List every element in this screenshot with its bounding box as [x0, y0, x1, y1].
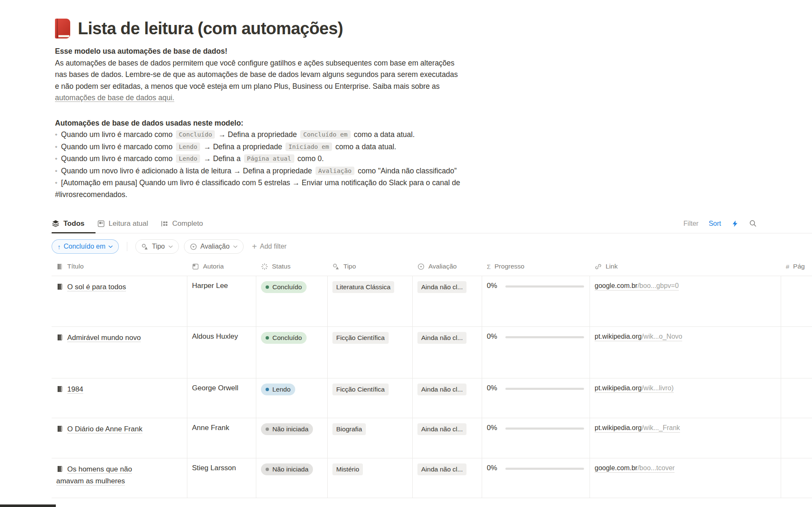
bullet-text: Quando um livro é marcado como: [61, 143, 174, 151]
title-cell: Os homens que não amavam as mulheres: [56, 464, 156, 486]
status-pill[interactable]: Não iniciada: [261, 423, 313, 435]
status-cell[interactable]: Concluído: [261, 332, 307, 344]
bullet-text: como 0.: [296, 154, 324, 163]
bullet-text: → Defina a propriedade: [216, 130, 299, 139]
progress-value: 0%: [487, 282, 497, 290]
author-cell[interactable]: George Orwell: [192, 384, 239, 392]
column-header-tipo[interactable]: Tipo: [332, 257, 356, 276]
link-path: /boo...tcover: [637, 464, 675, 471]
book-title-link[interactable]: O sol é para todos: [67, 283, 126, 291]
author-cell[interactable]: Harper Lee: [192, 282, 228, 290]
add-filter-button[interactable]: + Add filter: [252, 242, 287, 251]
link-domain: google.com.br: [595, 282, 637, 289]
red-book-icon: [55, 19, 70, 38]
column-header-avaliacao[interactable]: Avaliação: [417, 257, 457, 276]
status-label: Concluído: [272, 283, 302, 291]
avaliacao-cell[interactable]: Ainda não cl...: [417, 463, 466, 475]
sort-button[interactable]: Sort: [709, 220, 721, 227]
column-label: Progresso: [494, 263, 524, 270]
status-cell[interactable]: Lendo: [261, 384, 295, 395]
external-link[interactable]: pt.wikipedia.org/wik..._Frank: [595, 424, 680, 433]
avaliacao-tag[interactable]: Ainda não cl...: [417, 281, 466, 293]
status-pill[interactable]: Lendo: [261, 384, 295, 395]
lightning-icon[interactable]: [731, 220, 739, 227]
status-label: Não iniciada: [272, 466, 308, 473]
shapes-icon: [332, 263, 340, 270]
tipo-tag[interactable]: Literatura Clássica: [332, 281, 394, 293]
docs-link[interactable]: automações de base de dados aqui.: [55, 93, 174, 102]
book-title-link[interactable]: Admirável mundo novo: [67, 334, 141, 342]
intro-body-text: As automações de bases de dados permitem…: [55, 59, 458, 90]
author-cell[interactable]: Aldous Huxley: [192, 332, 238, 341]
book-title-link[interactable]: 1984: [67, 385, 83, 393]
external-link[interactable]: google.com.br/boo...tcover: [595, 464, 675, 473]
status-pill[interactable]: Concluído: [261, 332, 307, 344]
external-link[interactable]: pt.wikipedia.org/wik...o_Novo: [595, 333, 682, 341]
status-cell[interactable]: Concluído: [261, 281, 307, 293]
gallery-icon: [97, 220, 105, 227]
search-icon[interactable]: [749, 219, 757, 227]
tab-todos[interactable]: Todos: [52, 219, 85, 228]
status-cell[interactable]: Não iniciada: [261, 423, 313, 435]
progress-bar: [505, 468, 584, 470]
column-header-titulo[interactable]: Título: [56, 257, 84, 276]
book-title-link[interactable]: Os homens que não amavam as mulheres: [56, 465, 132, 485]
column-header-status[interactable]: Status: [261, 257, 291, 276]
author-cell[interactable]: Stieg Larsson: [192, 464, 236, 472]
tipo-tag[interactable]: Mistério: [332, 463, 363, 475]
avaliacao-tag[interactable]: Ainda não cl...: [417, 332, 466, 344]
filter-pill-label: Tipo: [152, 243, 165, 250]
filter-pill-avaliacao[interactable]: Avaliação: [184, 239, 244, 254]
bullet-text: como a data atual.: [352, 130, 415, 139]
column-header-link[interactable]: Link: [595, 257, 617, 276]
tab-completo[interactable]: Completo: [161, 219, 203, 228]
hash-icon: #: [786, 263, 789, 270]
external-link[interactable]: pt.wikipedia.org/wik...livro): [595, 384, 674, 393]
view-controls: Filter Sort: [683, 214, 757, 233]
tipo-cell[interactable]: Biografia: [332, 423, 366, 435]
column-header-pag[interactable]: # Pág: [786, 257, 805, 276]
link-path: /wik...livro): [642, 384, 674, 392]
avaliacao-tag[interactable]: Ainda não cl...: [417, 463, 466, 475]
tab-leitura-atual[interactable]: Leitura atual: [97, 219, 148, 228]
title-cell: O sol é para todos: [56, 282, 156, 293]
avaliacao-cell[interactable]: Ainda não cl...: [417, 281, 466, 293]
avaliacao-cell[interactable]: Ainda não cl...: [417, 332, 466, 344]
column-header-autoria[interactable]: Autoria: [192, 257, 224, 276]
avaliacao-tag[interactable]: Ainda não cl...: [417, 384, 466, 395]
tipo-tag[interactable]: Biografia: [332, 423, 366, 435]
column-header-progresso[interactable]: Σ Progresso: [487, 257, 524, 276]
tipo-cell[interactable]: Literatura Clássica: [332, 281, 394, 293]
inline-code-chip: Iniciado em: [285, 143, 332, 151]
avaliacao-tag[interactable]: Ainda não cl...: [417, 423, 466, 435]
status-cell[interactable]: Não iniciada: [261, 463, 313, 475]
tab-label: Todos: [63, 219, 85, 228]
select-icon: [417, 263, 425, 270]
tipo-cell[interactable]: Ficção Científica: [332, 384, 389, 395]
avaliacao-cell[interactable]: Ainda não cl...: [417, 384, 466, 395]
title-cell: 1984: [56, 384, 156, 396]
tipo-tag[interactable]: Ficção Científica: [332, 332, 389, 344]
sort-pill-concluido-em[interactable]: ↑ Concluído em: [52, 239, 119, 254]
book-title-link[interactable]: O Diário de Anne Frank: [67, 425, 143, 433]
tipo-tag[interactable]: Ficção Científica: [332, 384, 389, 395]
page-title: Lista de leitura (com automações): [78, 19, 343, 38]
status-pill[interactable]: Concluído: [261, 281, 307, 293]
author-cell[interactable]: Anne Frank: [192, 424, 229, 432]
status-pill[interactable]: Não iniciada: [261, 463, 313, 475]
book-icon: [56, 334, 64, 344]
progress-value: 0%: [487, 464, 497, 472]
avaliacao-cell[interactable]: Ainda não cl...: [417, 423, 466, 435]
link-cell: pt.wikipedia.org/wik..._Frank: [595, 424, 680, 432]
tipo-cell[interactable]: Ficção Científica: [332, 332, 389, 344]
progress-value: 0%: [487, 332, 497, 340]
filter-button[interactable]: Filter: [683, 220, 699, 227]
toolbar-divider: [50, 233, 812, 233]
tipo-cell[interactable]: Mistério: [332, 463, 363, 475]
book-icon: [56, 385, 64, 396]
board-icon: [161, 220, 168, 227]
automations-heading: Automações de base de dados usadas neste…: [55, 118, 461, 129]
filter-pill-tipo[interactable]: Tipo: [135, 239, 179, 254]
external-link[interactable]: google.com.br/boo...gbpv=0: [595, 282, 679, 290]
table-row: Admirável mundo novo Aldous Huxley Concl…: [0, 327, 812, 378]
